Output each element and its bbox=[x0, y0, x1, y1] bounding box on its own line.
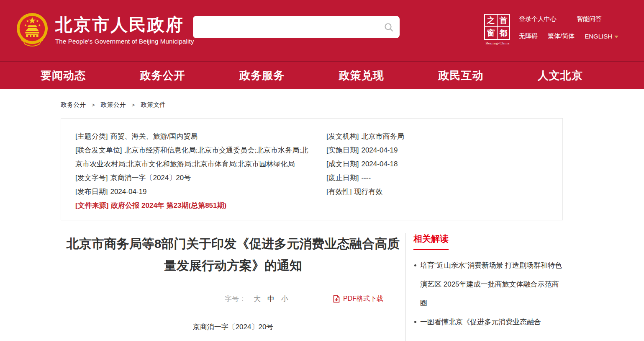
article-controls: 字号： 大 中 小 PDF格式下载 bbox=[225, 294, 405, 304]
meta-topic-category: [主题分类]商贸、海关、旅游/国内贸易 bbox=[75, 129, 312, 143]
font-size-medium-button[interactable]: 中 bbox=[267, 294, 275, 304]
cw-char: 窗 bbox=[485, 27, 497, 39]
main-nav: 要闻动态 政务公开 政务服务 政策兑现 政民互动 人文北京 bbox=[0, 61, 644, 89]
accessibility-link[interactable]: 无障碍 bbox=[519, 32, 538, 40]
svg-text:★: ★ bbox=[26, 19, 29, 23]
pdf-icon bbox=[333, 295, 340, 303]
page-content: 政务公开 > 政策公开 > 政策文件 [主题分类]商贸、海关、旅游/国内贸易 [… bbox=[61, 101, 563, 341]
related-reading-item[interactable]: 培育“近山亲水”消费新场景 打造剧场群和特色演艺区 2025年建成一批商旅文体融… bbox=[413, 256, 563, 313]
nav-item-interaction[interactable]: 政民互动 bbox=[438, 68, 483, 83]
cw-char: 首 bbox=[498, 15, 509, 26]
svg-text:★: ★ bbox=[38, 23, 41, 27]
login-personal-center-link[interactable]: 登录个人中心 bbox=[519, 15, 557, 23]
meta-document-source[interactable]: [文件来源]政府公报 2024年 第23期(总第851期) bbox=[75, 199, 312, 212]
pdf-download-button[interactable]: PDF格式下载 bbox=[333, 294, 383, 303]
document-title: 北京市商务局等8部门关于印发《促进多元消费业态融合高质量发展行动方案》的通知 bbox=[66, 233, 400, 276]
search-icon bbox=[384, 22, 394, 32]
document-number: 京商消一字〔2024〕20号 bbox=[61, 322, 405, 332]
related-reading-sidebar: 相关解读 培育“近山亲水”消费新场景 打造剧场群和特色演艺区 2025年建成一批… bbox=[405, 233, 563, 341]
site-header: ★ ★ ★ ★ 北京市人民政府 The People's Government … bbox=[0, 0, 644, 61]
search-bar bbox=[193, 16, 400, 38]
bullet-icon bbox=[414, 321, 416, 323]
header-links: 登录个人中心 智能问答 无障碍 繁体/简体 ENGLISH bbox=[519, 15, 636, 49]
font-size-small-button[interactable]: 小 bbox=[281, 294, 288, 304]
smart-qa-link[interactable]: 智能问答 bbox=[577, 15, 602, 23]
article-main: 北京市商务局等8部门关于印发《促进多元消费业态融合高质量发展行动方案》的通知 字… bbox=[61, 227, 405, 341]
font-size-label: 字号： bbox=[225, 294, 246, 304]
related-reading-list: 培育“近山亲水”消费新场景 打造剧场群和特色演艺区 2025年建成一批商旅文体融… bbox=[413, 256, 563, 331]
cw-char: 都 bbox=[498, 27, 509, 39]
national-emblem-icon: ★ ★ ★ ★ bbox=[16, 9, 49, 51]
meta-doc-number: [发文字号]京商消一字〔2024〕20号 bbox=[75, 171, 312, 185]
related-reading-title: 相关解读 bbox=[413, 233, 449, 250]
breadcrumb-gov-openness[interactable]: 政务公开 bbox=[61, 101, 86, 109]
font-size-large-button[interactable]: 大 bbox=[254, 294, 261, 304]
nav-item-policy-fulfillment[interactable]: 政策兑现 bbox=[339, 68, 384, 83]
metadata-right-column: [发文机构]北京市商务局 [实施日期]2024-04-19 [成文日期]2024… bbox=[326, 129, 562, 212]
breadcrumb: 政务公开 > 政策公开 > 政策文件 bbox=[61, 101, 563, 109]
meta-joint-issuers: [联合发文单位]北京市经济和信息化局;北京市交通委员会;北京市水务局;北京市农业… bbox=[75, 143, 312, 171]
meta-validity: [有效性]现行有效 bbox=[326, 185, 562, 199]
search-input[interactable] bbox=[193, 16, 378, 38]
capital-window-logo[interactable]: 之 首 窗 都 Beijing-China bbox=[484, 14, 511, 45]
traditional-simplified-link[interactable]: 繁体/简体 bbox=[548, 32, 575, 40]
document-metadata-box: [主题分类]商贸、海关、旅游/国内贸易 [联合发文单位]北京市经济和信息化局;北… bbox=[61, 118, 563, 220]
breadcrumb-separator: > bbox=[92, 102, 95, 108]
related-reading-item[interactable]: 一图看懂北京《促进多元消费业态融合 bbox=[413, 313, 563, 331]
meta-publish-date: [发布日期]2024-04-19 bbox=[75, 185, 312, 199]
pdf-download-label: PDF格式下载 bbox=[343, 294, 383, 303]
cw-char: 之 bbox=[485, 15, 497, 26]
meta-repeal-date: [废止日期]---- bbox=[326, 171, 562, 185]
bullet-icon bbox=[414, 264, 416, 266]
nav-item-gov-openness[interactable]: 政务公开 bbox=[140, 68, 185, 83]
nav-item-humanistic-beijing[interactable]: 人文北京 bbox=[538, 68, 583, 83]
breadcrumb-policy-documents: 政策文件 bbox=[141, 101, 166, 109]
english-link[interactable]: ENGLISH bbox=[585, 33, 618, 40]
site-logo[interactable]: ★ ★ ★ ★ 北京市人民政府 The People's Government … bbox=[16, 9, 194, 51]
svg-text:★: ★ bbox=[36, 19, 39, 23]
breadcrumb-separator: > bbox=[132, 102, 135, 108]
meta-signed-date: [成文日期]2024-04-18 bbox=[326, 157, 562, 171]
meta-issuing-agency: [发文机构]北京市商务局 bbox=[326, 129, 562, 143]
chevron-down-icon bbox=[614, 36, 618, 38]
capital-window-icon: 之 首 窗 都 bbox=[484, 14, 510, 40]
breadcrumb-policy-openness[interactable]: 政策公开 bbox=[101, 101, 126, 109]
nav-item-gov-services[interactable]: 政务服务 bbox=[239, 68, 285, 83]
capital-window-caption: Beijing-China bbox=[484, 41, 511, 45]
site-subtitle: The People's Government of Beijing Munic… bbox=[55, 38, 194, 45]
metadata-left-column: [主题分类]商贸、海关、旅游/国内贸易 [联合发文单位]北京市经济和信息化局;北… bbox=[75, 129, 312, 212]
svg-text:★: ★ bbox=[24, 23, 27, 27]
site-title: 北京市人民政府 bbox=[55, 16, 194, 34]
search-button[interactable] bbox=[378, 16, 400, 38]
meta-implementation-date: [实施日期]2024-04-19 bbox=[326, 143, 562, 157]
nav-item-news[interactable]: 要闻动态 bbox=[41, 68, 86, 83]
